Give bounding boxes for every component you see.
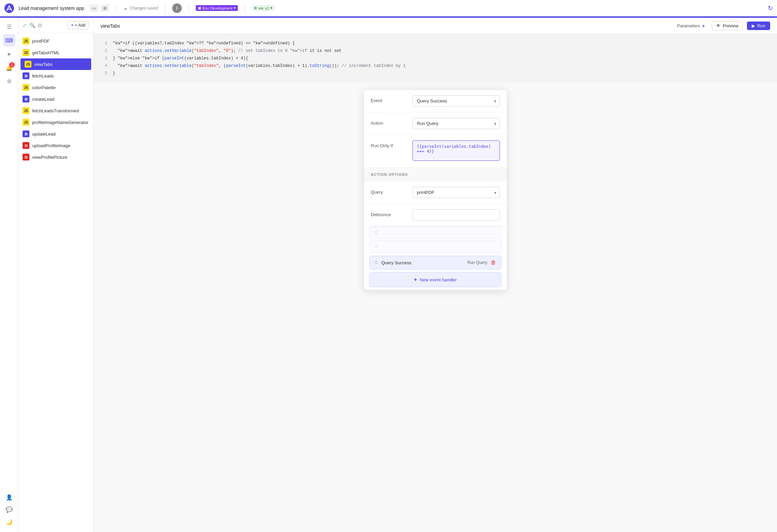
user-avatar[interactable]: I bbox=[172, 3, 182, 13]
ghost-row-2: ⠿ bbox=[369, 240, 501, 253]
delete-event-icon[interactable]: 🗑 bbox=[491, 260, 496, 266]
filter-icon[interactable]: ⊟ bbox=[38, 23, 42, 28]
sidebar-label-createLead: createLead bbox=[32, 97, 54, 102]
notification-badge: 1 bbox=[9, 62, 15, 68]
sidebar-label-fetchLeads: fetchLeads bbox=[32, 73, 54, 79]
parameters-button[interactable]: Parameters + bbox=[674, 22, 708, 30]
ver-label: ver bbox=[258, 6, 263, 10]
line-code-1: "kw">if ((variables?.tabIndex "kw">?? "k… bbox=[113, 40, 295, 46]
run-only-label: Run Only If bbox=[371, 140, 408, 148]
add-label: + Add bbox=[75, 23, 85, 28]
ver-chevron: ▾ bbox=[270, 6, 272, 10]
env-badge[interactable]: ▣ Env Development ▾ bbox=[196, 5, 238, 11]
event-select[interactable]: Query Success bbox=[412, 95, 500, 107]
sidebar-item-updateLead[interactable]: ⊞updateLead bbox=[18, 128, 93, 140]
sidebar-item-fetchLeadsTransformed[interactable]: JSfetchLeadsTransformed bbox=[18, 105, 93, 116]
sync-icon[interactable]: ↻ bbox=[768, 4, 773, 12]
action-select-wrapper: Run Query ▾ bbox=[412, 118, 500, 129]
debounce-input[interactable] bbox=[412, 209, 500, 221]
env-label: Env bbox=[203, 6, 209, 10]
sidebar-label-viewProfilePicture: viewProfilePicture bbox=[32, 155, 67, 160]
sidebar-icon-updateLead: ⊞ bbox=[23, 130, 29, 137]
debounce-field bbox=[412, 209, 500, 221]
nav-arrow[interactable]: ➤ bbox=[3, 48, 15, 60]
new-event-button[interactable]: + New event handler bbox=[369, 272, 501, 287]
sidebar-item-printPDF[interactable]: JSprintPDF bbox=[18, 35, 93, 47]
content-area: viewTabs Parameters + 👁 Preview ▶ Run 1"… bbox=[94, 18, 777, 532]
run-only-input[interactable]: {{parseInt(variables.tabIndex) === 4}} bbox=[412, 140, 500, 161]
sep-1 bbox=[116, 3, 117, 13]
sidebar-item-fetchLeads[interactable]: ⊞fetchLeads bbox=[18, 70, 93, 82]
add-plus-icon: + bbox=[71, 23, 73, 28]
action-row: Action Run Query ▾ bbox=[364, 112, 507, 135]
topbar-status: ☁ Changes saved bbox=[123, 6, 158, 11]
params-plus-icon: + bbox=[702, 23, 705, 29]
env-chevron: ▾ bbox=[234, 6, 236, 10]
app-name: Lead management system app bbox=[18, 5, 84, 11]
code-editor[interactable]: 1"kw">if ((variables?.tabIndex "kw">?? "… bbox=[94, 34, 777, 83]
new-event-plus-icon: + bbox=[414, 277, 417, 283]
sidebar-item-createLead[interactable]: ⊞createLead bbox=[18, 93, 93, 105]
sidebar-item-profileImageNameGenerator[interactable]: JSprofileImageNameGenerator bbox=[18, 116, 93, 128]
sidebar-label-printPDF: printPDF bbox=[32, 39, 50, 44]
nav-moon[interactable]: 🌙 bbox=[3, 516, 15, 528]
sidebar: ⤢ 🔍 ⊟ + + Add JSprintPDFJSgetTabsHTMLJSv… bbox=[18, 18, 94, 532]
sidebar-items: JSprintPDFJSgetTabsHTMLJSviewTabs⊞fetchL… bbox=[18, 33, 93, 532]
play-icon: ▶ bbox=[752, 23, 755, 28]
nav-bell[interactable]: 🔔 1 bbox=[3, 61, 15, 74]
event-handler-row[interactable]: ⠿ Query Success Run Query 🗑 bbox=[369, 256, 501, 269]
run-button[interactable]: ▶ Run bbox=[747, 22, 770, 30]
nav-pages[interactable]: ☰ bbox=[3, 20, 15, 33]
nav-person[interactable]: 👤 bbox=[3, 491, 15, 503]
nav-gear[interactable]: ⚙ bbox=[3, 75, 15, 87]
sidebar-item-getTabsHTML[interactable]: JSgetTabsHTML bbox=[18, 47, 93, 58]
action-options-label: ACTION OPTIONS bbox=[371, 172, 408, 177]
event-row: Event Query Success ▾ bbox=[364, 90, 507, 112]
monitor-icon-btn[interactable]: ▭ bbox=[90, 4, 98, 12]
sidebar-icon-fetchLeadsTransformed: JS bbox=[23, 107, 29, 114]
sidebar-label-profileImageNameGenerator: profileImageNameGenerator bbox=[32, 120, 88, 125]
run-label: Run bbox=[757, 23, 765, 28]
ghost-row-1: ⠿ bbox=[369, 226, 501, 239]
ver-badge[interactable]: ⊕ ver v1 ▾ bbox=[252, 5, 274, 11]
svg-point-0 bbox=[4, 3, 14, 13]
status-text: Changes saved bbox=[130, 6, 158, 11]
nav-chat[interactable]: 💬 bbox=[3, 503, 15, 516]
sidebar-item-viewProfilePicture[interactable]: ⊟viewProfilePicture bbox=[18, 151, 93, 163]
sidebar-item-uploadProfileImage[interactable]: ⊟uploadProfileImage bbox=[18, 140, 93, 151]
nav-code[interactable]: ⌨ bbox=[3, 34, 15, 46]
query-field: printPDF ▾ bbox=[412, 187, 500, 198]
main-layout: ☰ ⌨ ➤ 🔔 1 ⚙ 👤 💬 🌙 ⤢ 🔍 ⊟ + + Add JSprintP… bbox=[0, 18, 777, 532]
action-label: Action bbox=[371, 118, 408, 126]
preview-button[interactable]: 👁 Preview bbox=[712, 21, 743, 30]
query-select-wrapper: printPDF ▾ bbox=[412, 187, 500, 198]
code-line-5: 5} bbox=[94, 70, 777, 77]
popup-area: Event Query Success ▾ Action bbox=[94, 83, 777, 297]
layout-icon-btn[interactable]: ⊞ bbox=[100, 4, 109, 12]
debounce-label: Debounce bbox=[371, 209, 408, 217]
line-number-2: 2 bbox=[99, 48, 107, 54]
ghost-drag-icon-1: ⠿ bbox=[374, 230, 378, 235]
sidebar-item-colorPalette[interactable]: JScolorPalette bbox=[18, 82, 93, 93]
query-row: Query printPDF ▾ bbox=[364, 181, 507, 204]
expand-icon[interactable]: ⤢ bbox=[23, 23, 27, 28]
sidebar-label-updateLead: updateLead bbox=[32, 131, 56, 137]
sidebar-toolbar: ⤢ 🔍 ⊟ + + Add bbox=[18, 18, 93, 33]
sep-3 bbox=[189, 3, 189, 13]
eye-icon: 👁 bbox=[716, 23, 721, 28]
topbar-icons: ▭ ⊞ bbox=[90, 4, 109, 12]
line-code-4: "kw">await actions.setVariable("tabIndex… bbox=[113, 63, 406, 69]
sidebar-item-viewTabs[interactable]: JSviewTabs bbox=[21, 58, 91, 70]
query-select[interactable]: printPDF bbox=[412, 187, 500, 198]
event-field: Query Success ▾ bbox=[412, 95, 500, 107]
line-number-5: 5 bbox=[99, 70, 107, 76]
search-icon[interactable]: 🔍 bbox=[29, 23, 35, 28]
action-select[interactable]: Run Query bbox=[412, 118, 500, 129]
sidebar-icon-printPDF: JS bbox=[23, 38, 29, 44]
content-header: viewTabs Parameters + 👁 Preview ▶ Run bbox=[94, 18, 777, 34]
add-button[interactable]: + + Add bbox=[67, 21, 89, 29]
preview-label: Preview bbox=[723, 23, 738, 28]
action-field: Run Query ▾ bbox=[412, 118, 500, 129]
event-handler-action: Run Query bbox=[467, 260, 487, 265]
cloud-icon: ☁ bbox=[123, 6, 127, 11]
